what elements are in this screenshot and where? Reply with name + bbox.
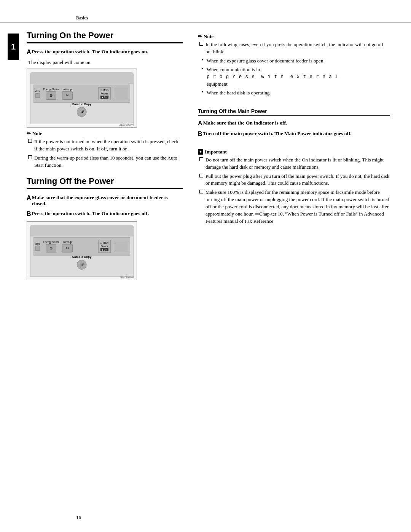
panel-image-1: des Energy Saver ⊕ Interrupt ✄ □ Main: [27, 69, 137, 128]
step1-num: A: [27, 49, 31, 56]
step2b-text: Press the operation switch. The On indic…: [32, 211, 149, 217]
display-panel-text: The display panel will come on.: [27, 59, 183, 66]
content-area: 1 Turning On the Power A Press the opera…: [0, 30, 411, 283]
panel2-main-power-label2: Power: [100, 245, 108, 248]
bullet-icon-2: •: [202, 66, 204, 72]
right-column: ✏ Note In the following cases, even if y…: [190, 30, 411, 283]
panel-code-1: ZEWS020N: [119, 123, 134, 126]
important-checkbox-2: [199, 174, 203, 177]
note-checkbox-3: [199, 42, 203, 46]
step3b-num: B: [198, 131, 202, 137]
step2b-header: B Press the operation switch. The On ind…: [27, 211, 183, 217]
bullet-icon-3: •: [202, 89, 204, 95]
bullet1: • When the exposure glass cover or docum…: [202, 58, 390, 65]
note-block-1: ✏ Note If the power is not turned on whe…: [27, 131, 183, 169]
panel-image-2: des Energy Saver ⊕ Interrupt ✄ □ Main: [27, 221, 137, 280]
left-tab: 1: [0, 30, 19, 283]
bullet2-text: p r o g r e s s w i t h e x t e r n a l: [207, 74, 339, 80]
step3b-header: B Turn off the main power switch. The Ma…: [198, 131, 390, 137]
important-item1: Do not turn off the main power switch wh…: [198, 157, 390, 171]
left-column: Turning On the Power A Press the operati…: [19, 30, 190, 283]
important-item3: Make sure 100% is displayed for the rema…: [198, 189, 390, 225]
note2-item1: In the following cases, even if you pres…: [198, 41, 390, 56]
panel-code-2: ZEWS020N: [119, 276, 134, 279]
bullet3: • When the hard disk is operating: [202, 89, 390, 97]
sample-copy-btn-2: 𝒫: [77, 260, 87, 270]
step3a-block: A Make sure that the On indicator is off…: [198, 120, 390, 127]
panel2-energy-saver-label: Energy Saver: [43, 241, 59, 243]
panel-main-power-label1: □ Main: [100, 89, 108, 91]
breadcrumb: Basics: [0, 15, 411, 23]
panel-interrupt-label: Interrupt: [62, 88, 72, 91]
step3a-text: Make sure that the On indicator is off.: [203, 120, 287, 126]
section2-title: Turning Off the Power: [27, 176, 183, 189]
subsection-title: Turning Off the Main Power: [198, 108, 390, 116]
important-checkbox-1: [199, 157, 203, 161]
panel2-on-indicator: ■ On: [100, 248, 108, 251]
step1-block: A Press the operation switch. The On ind…: [27, 49, 183, 56]
step3b-text: Turn off the main power switch. The Main…: [203, 131, 352, 137]
bullet-icon-1: •: [202, 57, 204, 63]
step1-header: A Press the operation switch. The On ind…: [27, 49, 183, 56]
step2b-num: B: [27, 211, 31, 217]
important-icon: ✦: [198, 149, 203, 155]
note-icon-2: ✏: [198, 34, 202, 40]
step1-text: Press the operation switch. The On indic…: [32, 49, 148, 55]
sample-copy-label-2: Sample Copy: [72, 255, 92, 259]
panel2-interrupt-label: Interrupt: [62, 241, 72, 243]
panel2-main-power-label1: □ Main: [100, 241, 108, 244]
step2a-block: A Make sure that the exposure glass cove…: [27, 195, 183, 207]
breadcrumb-text: Basics: [76, 15, 88, 21]
important-block: ✦ Important Do not turn off the main pow…: [198, 149, 390, 225]
sample-copy-btn-1: 𝒫: [77, 107, 87, 117]
bullet2: • When communication is inp r o g r e s …: [202, 66, 390, 88]
note1-item1: If the power is not turned on when the o…: [27, 138, 183, 153]
note-checkbox-1: [28, 139, 32, 143]
step2a-header: A Make sure that the exposure glass cove…: [27, 195, 183, 207]
note-icon-1: ✏: [27, 131, 31, 137]
step2a-text: Make sure that the exposure glass cover …: [32, 195, 183, 207]
important-checkbox-3: [199, 190, 203, 193]
step3a-num: A: [198, 120, 202, 127]
panel-des-label: des: [35, 90, 40, 93]
note-block-2: ✏ Note In the following cases, even if y…: [198, 34, 390, 97]
note1-item2: During the warm-up period (less than 10 …: [27, 155, 183, 169]
step3a-header: A Make sure that the On indicator is off…: [198, 120, 390, 127]
section1-title: Turning On the Power: [27, 30, 183, 43]
note1-title: ✏ Note: [27, 131, 183, 137]
important-title: ✦ Important: [198, 149, 390, 155]
step3b-block: B Turn off the main power switch. The Ma…: [198, 131, 390, 137]
step2a-num: A: [27, 195, 31, 201]
note2-title: ✏ Note: [198, 34, 390, 40]
page: Basics 1 Turning On the Power A Press th…: [0, 0, 411, 532]
important-item2: Pull out the power plug after you turn o…: [198, 173, 390, 187]
step2b-block: B Press the operation switch. The On ind…: [27, 211, 183, 217]
sample-copy-label-1: Sample Copy: [72, 102, 92, 106]
panel-main-power-label2: Power: [100, 92, 108, 95]
page-number: 16: [76, 514, 81, 521]
tab-number: 1: [8, 34, 19, 60]
panel-on-indicator: ■ On: [100, 96, 108, 99]
panel2-des-label: des: [35, 243, 40, 245]
panel-energy-saver-label: Energy Saver: [43, 88, 59, 91]
note-checkbox-2: [28, 155, 32, 159]
